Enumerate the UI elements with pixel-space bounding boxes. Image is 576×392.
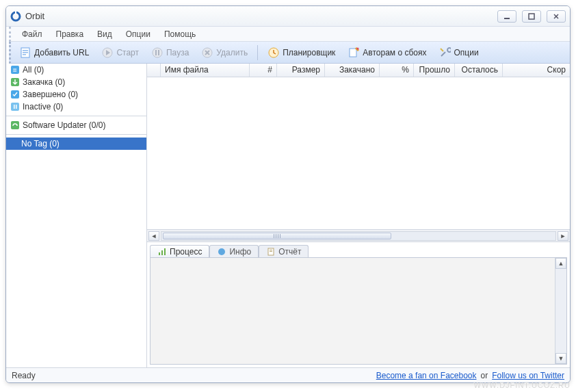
sidebar-label: Inactive (0)	[23, 102, 63, 112]
menubar: Файл Правка Вид Опции Помощь	[9, 27, 570, 42]
col-elapsed[interactable]: Прошло	[414, 64, 455, 77]
svg-rect-1	[15, 11, 16, 15]
sidebar-item-completed[interactable]: Завершено (0)	[6, 88, 146, 101]
col-num[interactable]: #	[250, 64, 277, 77]
facebook-link[interactable]: Become a fan on Facebook	[376, 371, 477, 380]
chart-icon	[157, 247, 167, 257]
scroll-down-arrow[interactable]: ▼	[555, 353, 566, 364]
svg-rect-22	[16, 105, 17, 109]
menu-file[interactable]: Файл	[15, 28, 49, 40]
wrench-icon	[438, 47, 451, 59]
svg-rect-11	[158, 50, 159, 55]
svg-rect-10	[155, 50, 157, 55]
menu-view[interactable]: Вид	[90, 28, 119, 40]
svg-rect-24	[159, 252, 160, 255]
svg-rect-25	[161, 250, 163, 255]
watermark: WWW.DJFINT.UCOZ.RU	[474, 381, 571, 389]
scroll-right-arrow[interactable]: ►	[558, 231, 568, 241]
svg-point-9	[153, 48, 162, 57]
scroll-track[interactable]	[161, 231, 556, 241]
options-button[interactable]: Опции	[433, 45, 484, 60]
tab-process[interactable]: Процесс	[150, 245, 209, 258]
play-icon	[101, 47, 114, 59]
scheduler-button[interactable]: Планировщик	[262, 45, 341, 60]
info-icon	[217, 247, 226, 257]
content-area: Имя файла # Размер Закачано % Прошло Ост…	[147, 64, 570, 367]
pause-button[interactable]: Пауза	[146, 45, 194, 60]
sidebar-item-inactive[interactable]: Inactive (0)	[6, 101, 146, 113]
scroll-left-arrow[interactable]: ◄	[148, 231, 159, 241]
svg-point-27	[218, 248, 225, 255]
sidebar: ≡ All (0) Закачка (0) Завершено (0) Inac…	[6, 64, 147, 367]
menu-options[interactable]: Опции	[119, 28, 157, 40]
svg-rect-2	[504, 18, 510, 19]
menu-edit[interactable]: Правка	[49, 28, 91, 40]
sidebar-divider	[6, 134, 146, 135]
svg-rect-29	[270, 250, 272, 250]
vertical-scrollbar[interactable]: ▲ ▼	[555, 258, 566, 364]
minimize-button[interactable]	[497, 10, 516, 23]
list-header: Имя файла # Размер Закачано % Прошло Ост…	[147, 64, 570, 77]
maximize-button[interactable]	[522, 10, 541, 23]
status-text: Ready	[12, 371, 36, 380]
report-bug-button[interactable]: Авторам о сбоях	[342, 45, 432, 60]
menu-help[interactable]: Помощь	[157, 28, 202, 40]
scroll-thumb[interactable]	[163, 233, 391, 239]
svg-rect-7	[23, 54, 26, 55]
delete-icon	[201, 47, 213, 59]
delete-button[interactable]: Удалить	[196, 45, 253, 60]
scheduler-label: Планировщик	[283, 48, 335, 57]
tab-info[interactable]: Инфо	[209, 245, 259, 258]
report-label: Авторам о сбоях	[363, 48, 426, 57]
col-speed[interactable]: Скор	[503, 64, 570, 77]
sidebar-item-download[interactable]: Закачка (0)	[6, 76, 146, 88]
add-url-button[interactable]: Добавить URL	[14, 45, 94, 60]
app-window: Orbit Файл Правка Вид Опции Помощь Добав…	[5, 5, 571, 383]
report-tab-icon	[266, 247, 276, 257]
col-remaining[interactable]: Осталось	[455, 64, 503, 77]
detail-pane: ▲ ▼	[150, 257, 567, 365]
main-body: ≡ All (0) Закачка (0) Завершено (0) Inac…	[6, 64, 570, 367]
sidebar-item-all[interactable]: ≡ All (0)	[6, 64, 146, 76]
inactive-icon	[10, 102, 20, 112]
titlebar: Orbit	[6, 6, 570, 27]
window-controls	[497, 10, 566, 23]
close-button[interactable]	[547, 10, 566, 23]
svg-rect-6	[23, 52, 28, 53]
status-or: or	[481, 371, 488, 380]
sidebar-item-notag[interactable]: No Tag (0)	[6, 138, 146, 150]
app-icon	[10, 11, 21, 22]
delete-label: Удалить	[216, 48, 248, 57]
col-icon[interactable]	[147, 64, 161, 77]
report-icon	[348, 47, 360, 59]
tab-label: Инфо	[229, 247, 251, 257]
options-label: Опции	[454, 48, 478, 57]
svg-rect-14	[350, 49, 356, 57]
tab-report[interactable]: Отчёт	[259, 245, 309, 258]
horizontal-scrollbar[interactable]: ◄ ►	[147, 229, 570, 241]
svg-rect-3	[529, 14, 534, 19]
sidebar-item-updater[interactable]: Software Updater (0/0)	[6, 119, 146, 131]
twitter-link[interactable]: Follow us on Twitter	[492, 371, 564, 380]
col-size[interactable]: Размер	[277, 64, 325, 77]
col-filename[interactable]: Имя файла	[161, 64, 250, 77]
svg-rect-26	[164, 248, 166, 255]
download-icon	[10, 77, 20, 87]
tab-label: Отчёт	[278, 247, 301, 257]
scroll-up-arrow[interactable]: ▲	[555, 258, 566, 269]
col-percent[interactable]: %	[380, 64, 414, 77]
download-list[interactable]	[147, 77, 570, 229]
statusbar: Ready Become a fan on Facebook or Follow…	[6, 367, 570, 382]
col-downloaded[interactable]: Закачано	[325, 64, 380, 77]
tab-label: Процесс	[170, 247, 202, 257]
sidebar-label: No Tag (0)	[20, 139, 61, 148]
svg-rect-30	[270, 251, 272, 252]
tab-row: Процесс Инфо Отчёт	[147, 242, 570, 257]
add-url-label: Добавить URL	[34, 48, 89, 57]
sidebar-label: All (0)	[23, 65, 44, 75]
svg-rect-5	[23, 50, 28, 51]
start-button[interactable]: Старт	[96, 45, 144, 60]
svg-rect-23	[11, 121, 19, 129]
start-label: Старт	[116, 48, 139, 57]
toolbar: Добавить URL Старт Пауза Удалить Планиро…	[9, 42, 570, 64]
